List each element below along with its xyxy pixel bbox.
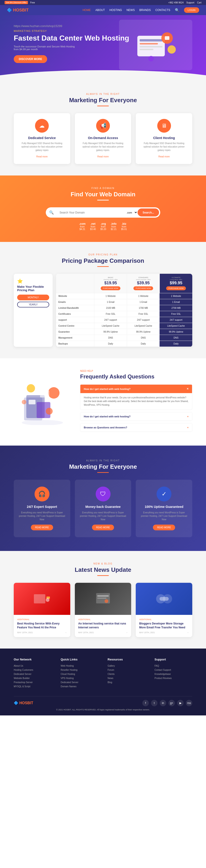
login-button[interactable]: LOGIN — [184, 7, 199, 13]
dark-readmore-1[interactable]: READ MORE — [92, 525, 114, 530]
svg-rect-2 — [140, 43, 158, 44]
domain-search-button[interactable]: Search... — [138, 209, 159, 216]
feature-desc-2: Fully Managed SSD Shared the Hosting opt… — [140, 142, 188, 152]
news-section: NEW & BLOG Latest News Update ADDITIONAL… — [0, 551, 206, 649]
feature-readmore-2[interactable]: Read more — [159, 155, 170, 158]
hero-cta-button[interactable]: DISCOVER MORE — [14, 55, 47, 63]
domain-input[interactable] — [56, 209, 124, 216]
domain-price-3: .info from $2.21 — [111, 222, 116, 230]
news-article-title-1[interactable]: An Internet hosting service that runs In… — [78, 622, 128, 629]
footer-link-22[interactable]: Clients — [108, 673, 145, 675]
dark-readmore-0[interactable]: READ MORE — [31, 525, 53, 530]
monthly-btn[interactable]: MONTHLY — [17, 294, 49, 300]
domain-select[interactable]: .com.net.org — [124, 209, 138, 216]
footer-link-10[interactable]: Web Hosting — [61, 664, 98, 667]
footer-link-12[interactable]: Cloud Hosting — [61, 673, 98, 675]
basic-purchase-btn[interactable]: PURCHASE NOW — [101, 286, 121, 290]
news-card-2: ADDITIONAL Bloggers Developer More Stora… — [136, 583, 192, 637]
feature-title-2: Client Hosting — [140, 136, 188, 140]
feature-readmore-1[interactable]: Read more — [97, 155, 108, 158]
dark-features-grid: 🎧 24/7 Expert Support Everything you nee… — [14, 480, 192, 537]
dark-feature-desc-2: Everything you need WordPress is Super p… — [140, 511, 188, 521]
arrow-icon-0: → — [65, 631, 67, 634]
nav-brands[interactable]: BRANDS — [139, 8, 151, 12]
svg-rect-3 — [140, 46, 163, 48]
nav-about[interactable]: ABOUT — [96, 8, 105, 12]
pricing-row-4: support 24/7 support 24/7 support 24/7 s… — [56, 317, 192, 323]
yearly-btn[interactable]: YEARLY — [17, 302, 49, 307]
social-rss[interactable]: rss — [186, 700, 192, 706]
news-article-title-2[interactable]: Bloggers Developer More Storage More Ema… — [139, 622, 189, 629]
footer-col-0: Our Network About Us Hosting Customers D… — [14, 658, 52, 689]
social-googleplus[interactable]: g+ — [168, 700, 175, 706]
footer-link-00[interactable]: About Us — [14, 664, 52, 667]
social-youtube[interactable]: ▶ — [177, 700, 183, 706]
footer-link-03[interactable]: Website Builder — [14, 677, 52, 679]
footer-link-01[interactable]: Hosting Customers — [14, 669, 52, 671]
footer-link-20[interactable]: Gallery — [108, 664, 145, 667]
footer-link-32[interactable]: Knowledgebase — [154, 673, 192, 675]
marketing2-underline — [97, 472, 109, 473]
domain-prices: .com from $4.21 .net from $3.40 .org fro… — [14, 222, 192, 230]
footer-link-31[interactable]: Contact Support — [154, 669, 192, 671]
cart-link[interactable]: Cart — [197, 1, 201, 4]
top-bar-tag: Free — [30, 1, 35, 4]
dark-feature-desc-0: Everything you need WordPress is Super p… — [18, 511, 66, 521]
news-meta-2: MAY 15TH, 2021 → — [139, 631, 189, 634]
standard-purchase-btn[interactable]: PURCHASE NOW — [133, 286, 153, 290]
social-twitter[interactable]: t — [151, 700, 158, 706]
offer-badge: Get 8% Discount Offer — [5, 1, 28, 4]
news-title: Latest News Update — [14, 566, 192, 574]
news-meta-0: MAY 15TH, 2021 → — [17, 631, 67, 634]
marketing1-label: ALWAYS IN THE RIGHT — [14, 93, 192, 95]
footer-link-23[interactable]: News — [108, 677, 145, 679]
footer-link-04[interactable]: Prestashop Server — [14, 681, 52, 684]
flex-plan-label: ⭐ — [17, 278, 49, 284]
support-link[interactable]: Support — [186, 1, 194, 4]
feature-title-1: On-Demand Access — [79, 136, 127, 140]
faq-item-0: How do I get started with web hosting? ✕… — [80, 384, 192, 410]
search-icon[interactable]: 🔍 — [175, 8, 179, 12]
feature-readmore-0[interactable]: Read more — [36, 155, 47, 158]
news-article-title-0[interactable]: Best Hosting Service With Every Feature … — [17, 622, 67, 629]
footer-link-24[interactable]: Blog — [108, 681, 145, 684]
nav-contacts[interactable]: CONTACTS — [156, 8, 170, 12]
svg-point-17 — [22, 400, 26, 404]
footer-link-30[interactable]: FAQ — [154, 664, 192, 667]
faq-illustration — [14, 370, 71, 434]
feature-icon-0: ☁ — [35, 119, 49, 133]
ultimate-purchase-btn[interactable]: PURCHASE NOW — [166, 286, 186, 290]
footer-link-14[interactable]: Dedicated Server — [61, 681, 98, 684]
footer-link-15[interactable]: Domain Names — [61, 685, 98, 688]
dark-readmore-2[interactable]: READ MORE — [153, 525, 175, 530]
news-body-0: ADDITIONAL Best Hosting Service With Eve… — [14, 615, 70, 637]
dark-feature-desc-1: Everything you need WordPress is Super p… — [79, 511, 127, 521]
social-facebook[interactable]: f — [142, 700, 149, 706]
dark-feature-title-0: 24/7 Expert Support — [18, 505, 66, 508]
nav-news[interactable]: NEWS — [127, 8, 135, 12]
social-linkedin[interactable]: in — [160, 700, 166, 706]
footer-link-11[interactable]: Reseller Hosting — [61, 669, 98, 671]
feature-desc-1: Fully Managed SSD Shared the Hosting opt… — [79, 142, 127, 152]
pricing-header: BASIC starting from offer $19.95 PURCHAS… — [56, 274, 192, 293]
svg-point-7 — [168, 45, 176, 54]
footer-link-05[interactable]: MYSQL & Script — [14, 685, 52, 688]
nav-home[interactable]: HOME — [82, 8, 91, 12]
news-image-0 — [14, 583, 70, 615]
faq-question-2[interactable]: Browse as Questions and Answers? + — [80, 423, 192, 432]
svg-point-8 — [148, 56, 154, 61]
faq-question-1[interactable]: How do I get started with web hosting? + — [80, 412, 192, 421]
pricing-row-3: Certificates Free SSL Free SSL Free SSL — [56, 311, 192, 317]
hero-section: https://www.huzhan.com/ishop15299 MARKET… — [0, 15, 206, 81]
nav-hosting[interactable]: HOSTING — [109, 8, 122, 12]
footer-link-21[interactable]: Forum — [108, 669, 145, 671]
footer-link-02[interactable]: Dedicated Server — [14, 673, 52, 675]
pricing-title: Pricing Package Comparison — [14, 257, 192, 265]
faq-question-0[interactable]: How do I get started with web hosting? ✕ — [80, 384, 192, 393]
domain-underline — [97, 200, 109, 200]
svg-point-9 — [22, 420, 63, 425]
navbar: 🔷 HOSBIT HOME ABOUT HOSTING NEWS BRANDS … — [0, 5, 206, 15]
footer-link-33[interactable]: Product Reviews — [154, 677, 192, 679]
dark-feature-0: 🎧 24/7 Expert Support Everything you nee… — [14, 480, 70, 537]
footer-link-13[interactable]: VPS Hosting — [61, 677, 98, 679]
